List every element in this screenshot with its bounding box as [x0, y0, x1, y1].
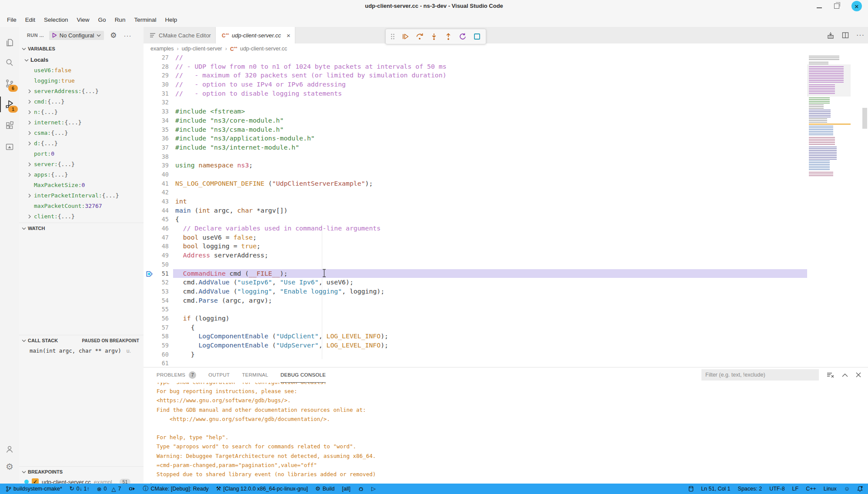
step-into-icon[interactable]: [430, 33, 438, 40]
minimize-icon[interactable]: [817, 7, 822, 8]
statusbar-git-branch[interactable]: buildsystem-cmake*: [5, 486, 62, 492]
code-line[interactable]: 37#include "ns3/internet-module.h": [144, 143, 868, 152]
code-line[interactable]: 30// - option to use IPv4 or IPv6 addres…: [144, 80, 868, 89]
code-line[interactable]: 53 cmd.AddValue ("logging", "Enable logg…: [144, 287, 868, 296]
menu-item-edit[interactable]: Edit: [21, 14, 40, 25]
variable-row[interactable]: interPacketInterval: {...}: [19, 190, 144, 201]
code-line[interactable]: 36#include "ns3/applications-module.h": [144, 134, 868, 143]
console-filter-input[interactable]: [701, 369, 819, 381]
menu-item-terminal[interactable]: Terminal: [130, 14, 160, 25]
code-line[interactable]: 58 LogComponentEnable ("UdpClient", LOG_…: [144, 332, 868, 341]
minimap-viewport[interactable]: [807, 64, 851, 97]
breadcrumb-item[interactable]: udp-client-server: [182, 46, 222, 52]
variables-scope-row[interactable]: Locals: [19, 55, 144, 65]
step-over-icon[interactable]: [416, 33, 424, 40]
more-actions-icon[interactable]: ···: [124, 32, 132, 39]
console-prompt[interactable]: >: [144, 480, 868, 484]
variable-row[interactable]: serverAddress: {...}: [19, 86, 144, 97]
call-stack-section-header[interactable]: CALL STACK PAUSED ON BREAKPOINT: [19, 335, 144, 346]
gear-icon[interactable]: ⚙: [110, 32, 117, 39]
code-line[interactable]: 41NS_LOG_COMPONENT_DEFINE ("UdpClientSer…: [144, 179, 868, 188]
menu-item-help[interactable]: Help: [160, 14, 181, 25]
breakpoints-section-header[interactable]: BREAKPOINTS: [19, 466, 144, 477]
debug-configuration-dropdown[interactable]: No Configural: [49, 31, 104, 40]
code-line[interactable]: 51 CommandLine cmd (__FILE__);: [144, 269, 868, 278]
code-line[interactable]: 50: [144, 260, 868, 269]
menu-item-run[interactable]: Run: [110, 14, 130, 25]
panel-tab-debug-console[interactable]: DEBUG CONSOLE: [280, 367, 326, 383]
variable-row[interactable]: csma: {...}: [19, 128, 144, 138]
code-line[interactable]: 28// - UDP flow from n0 to n1 of 1024 by…: [144, 62, 868, 71]
close-tab-icon[interactable]: ×: [287, 32, 290, 39]
code-line[interactable]: 54 cmd.Parse (argc, argv);: [144, 296, 868, 305]
code-line[interactable]: 46 // Declare variables used in command-…: [144, 224, 868, 233]
more-icon[interactable]: ···: [856, 31, 865, 39]
code-editor[interactable]: 27//28// - UDP flow from n0 to n1 of 102…: [144, 54, 868, 367]
stop-icon[interactable]: [473, 33, 481, 40]
close-window-icon[interactable]: ×: [851, 1, 862, 11]
activitybar-settings-icon[interactable]: ⚙: [0, 457, 19, 476]
statusbar-eol[interactable]: LF: [792, 486, 799, 492]
variable-row[interactable]: maxPacketCount: 32767: [19, 201, 144, 211]
statusbar-cmake-kit[interactable]: ⚒[Clang 12.0.0 x86_64-pc-linux-gnu]: [216, 486, 308, 492]
watch-section-header[interactable]: WATCH: [19, 223, 144, 234]
code-line[interactable]: 60 }: [144, 350, 868, 359]
code-line[interactable]: 39using namespace ns3;: [144, 161, 868, 170]
code-line[interactable]: 61: [144, 359, 868, 367]
statusbar-problems[interactable]: ⊗0△7: [97, 486, 121, 492]
code-line[interactable]: 56 if (logging): [144, 314, 868, 323]
panel-tab-problems[interactable]: PROBLEMS7: [157, 367, 196, 383]
code-line[interactable]: 45{: [144, 215, 868, 224]
menu-item-view[interactable]: View: [73, 14, 94, 25]
variable-row[interactable]: cmd: {...}: [19, 97, 144, 107]
variable-row[interactable]: apps: {...}: [19, 170, 144, 180]
tab-udp-client-server-cc[interactable]: C++udp-client-server.cc×: [216, 27, 295, 43]
statusbar-notifications[interactable]: [857, 486, 863, 492]
code-line[interactable]: 35#include "ns3/csma-module.h": [144, 125, 868, 134]
code-line[interactable]: 48 bool logging = true;: [144, 242, 868, 251]
code-line[interactable]: 49 Address serverAddress;: [144, 251, 868, 260]
panel-tab-output[interactable]: OUTPUT: [208, 367, 230, 383]
statusbar-os-indicator[interactable]: Linux: [824, 486, 837, 492]
code-line[interactable]: 43int: [144, 197, 868, 206]
activitybar-search-icon[interactable]: [0, 53, 19, 72]
menu-item-selection[interactable]: Selection: [40, 14, 73, 25]
code-line[interactable]: 59 LogComponentEnable ("UdpServer", LOG_…: [144, 341, 868, 350]
statusbar-cmake-build[interactable]: ⚙Build: [315, 486, 334, 492]
code-line[interactable]: 29// - maximum of 320 packets sent (or l…: [144, 71, 868, 80]
statusbar-encoding[interactable]: UTF-8: [769, 486, 785, 492]
statusbar-cmake-target[interactable]: [all]: [342, 486, 351, 492]
variable-row[interactable]: d: {...}: [19, 138, 144, 149]
code-line[interactable]: 31// - option to disable logging stateme…: [144, 89, 868, 98]
breadcrumb-item[interactable]: examples: [150, 46, 174, 52]
variable-row[interactable]: port: 0: [19, 149, 144, 159]
statusbar-feedback[interactable]: ☺: [844, 486, 850, 492]
code-line[interactable]: 52 cmd.AddValue ("useIpv6", "Use Ipv6", …: [144, 278, 868, 287]
menu-item-file[interactable]: File: [3, 14, 21, 25]
code-line[interactable]: 57 {: [144, 323, 868, 332]
statusbar-cmake-run[interactable]: ▷: [371, 486, 376, 492]
activitybar-run-and-debug-icon[interactable]: 1: [0, 95, 19, 114]
activitybar-explorer-icon[interactable]: [0, 33, 19, 52]
activitybar-cmake-icon[interactable]: [0, 137, 19, 157]
code-line[interactable]: 40: [144, 170, 868, 179]
minimap[interactable]: [807, 55, 851, 177]
code-line[interactable]: 34#include "ns3/core-module.h": [144, 116, 868, 125]
variable-row[interactable]: MaxPacketSize: 0: [19, 180, 144, 190]
statusbar-debug-launch[interactable]: [128, 486, 135, 492]
variable-row[interactable]: internet: {...}: [19, 117, 144, 128]
code-line[interactable]: 38: [144, 152, 868, 161]
statusbar-cmake-status[interactable]: ⓘCMake: [Debug]: Ready: [143, 486, 208, 492]
activitybar-source-control-icon[interactable]: 6: [0, 74, 19, 93]
split-editor-icon[interactable]: [841, 31, 849, 39]
collapse-into-box-icon[interactable]: [827, 31, 835, 39]
statusbar-remote-indicator[interactable]: [688, 486, 694, 492]
code-line[interactable]: 44main (int argc, char *argv[]): [144, 206, 868, 215]
statusbar-git-sync[interactable]: ↻0↓ 1↑: [70, 486, 90, 492]
close-panel-icon[interactable]: [856, 372, 861, 377]
variable-row[interactable]: useV6: false: [19, 65, 144, 76]
maximize-icon[interactable]: [834, 3, 839, 9]
breadcrumb-item[interactable]: udp-client-server.cc: [240, 46, 287, 52]
code-line[interactable]: 47 bool useV6 = false;: [144, 233, 868, 242]
continue-icon[interactable]: [401, 33, 409, 40]
